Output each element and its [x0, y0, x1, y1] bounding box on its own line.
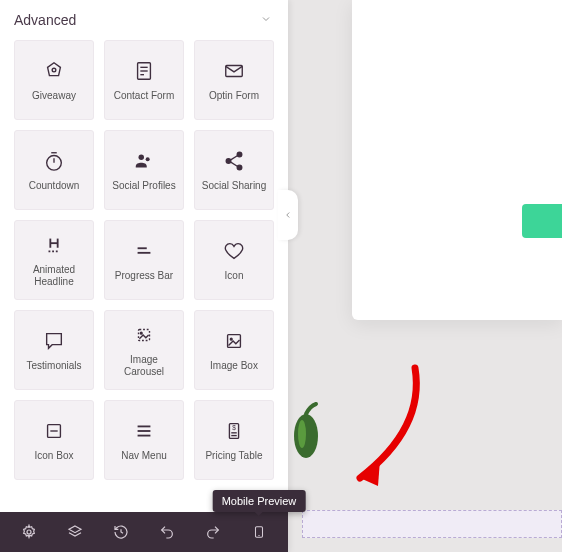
canvas-drop-zone[interactable]: [302, 510, 562, 538]
heart-icon: [221, 238, 247, 264]
svg-marker-39: [69, 526, 81, 533]
history-button[interactable]: [103, 514, 139, 550]
section-title: Advanced: [14, 12, 76, 28]
widget-label: Icon Box: [35, 450, 74, 462]
form-icon: [131, 58, 157, 84]
svg-point-16: [237, 165, 242, 170]
stopwatch-icon: [41, 148, 67, 174]
svg-line-18: [230, 162, 237, 167]
settings-button[interactable]: [11, 514, 47, 550]
widget-scroll-area: Giveaway Contact Form Optin Form Countdo…: [0, 40, 288, 512]
widget-giveaway[interactable]: Giveaway: [14, 40, 94, 120]
svg-point-3: [52, 68, 56, 72]
undo-button[interactable]: [149, 514, 185, 550]
icon-box-icon: [41, 418, 67, 444]
widget-label: Testimonials: [26, 360, 81, 372]
widget-label: Progress Bar: [115, 270, 173, 282]
navigator-button[interactable]: [57, 514, 93, 550]
svg-point-0: [294, 414, 318, 458]
menu-icon: [131, 418, 157, 444]
widget-image-box[interactable]: Image Box: [194, 310, 274, 390]
redo-icon: [205, 524, 221, 540]
carousel-icon: [131, 322, 157, 348]
layers-icon: [67, 524, 83, 540]
chevron-left-icon: [283, 210, 293, 220]
widget-label: Social Profiles: [112, 180, 175, 192]
panel-footer: Mobile Preview: [0, 512, 288, 552]
history-icon: [113, 524, 129, 540]
responsive-mode-button[interactable]: Mobile Preview: [241, 514, 277, 550]
widget-pricing-table[interactable]: $ Pricing Table: [194, 400, 274, 480]
gift-icon: [41, 58, 67, 84]
widget-label: Optin Form: [209, 90, 259, 102]
widget-contact-form[interactable]: Contact Form: [104, 40, 184, 120]
widget-label: Image Box: [210, 360, 258, 372]
chevron-down-icon: [260, 12, 272, 28]
section-header-advanced[interactable]: Advanced: [0, 0, 288, 40]
widget-testimonials[interactable]: Testimonials: [14, 310, 94, 390]
svg-point-26: [140, 332, 142, 334]
widget-social-profiles[interactable]: Social Profiles: [104, 130, 184, 210]
gear-icon: [21, 524, 37, 540]
svg-marker-2: [48, 63, 61, 76]
widget-nav-menu[interactable]: Nav Menu: [104, 400, 184, 480]
redo-button[interactable]: [195, 514, 231, 550]
svg-text:$: $: [232, 424, 236, 431]
heading-icon: [41, 232, 67, 258]
widget-label: Countdown: [29, 180, 80, 192]
widget-icon[interactable]: Icon: [194, 220, 274, 300]
svg-point-13: [146, 157, 150, 161]
canvas-card: [352, 0, 562, 320]
undo-icon: [159, 524, 175, 540]
tooltip: Mobile Preview: [213, 490, 306, 512]
svg-point-28: [230, 338, 232, 340]
widget-grid: Giveaway Contact Form Optin Form Countdo…: [14, 40, 274, 480]
svg-point-12: [139, 155, 145, 161]
canvas-image-decor: [292, 400, 326, 460]
tooltip-text: Mobile Preview: [222, 495, 297, 507]
svg-point-15: [226, 159, 231, 164]
svg-point-38: [27, 530, 31, 534]
widget-countdown[interactable]: Countdown: [14, 130, 94, 210]
share-icon: [221, 148, 247, 174]
progress-icon: [131, 238, 157, 264]
editor-canvas[interactable]: [288, 0, 562, 552]
pricing-icon: $: [221, 418, 247, 444]
widget-optin-form[interactable]: Optin Form: [194, 40, 274, 120]
widget-label: Icon: [225, 270, 244, 282]
widget-label: Pricing Table: [205, 450, 262, 462]
users-icon: [131, 148, 157, 174]
collapse-panel-button[interactable]: [278, 190, 298, 240]
svg-rect-8: [226, 66, 243, 77]
image-icon: [221, 328, 247, 354]
widget-animated-headline[interactable]: Animated Headline: [14, 220, 94, 300]
chat-icon: [41, 328, 67, 354]
widget-icon-box[interactable]: Icon Box: [14, 400, 94, 480]
canvas-action-button[interactable]: [522, 204, 562, 238]
widget-label: Nav Menu: [121, 450, 167, 462]
widget-label: Animated Headline: [19, 264, 89, 288]
svg-point-14: [237, 152, 242, 157]
svg-line-17: [230, 156, 237, 161]
widget-label: Giveaway: [32, 90, 76, 102]
svg-point-9: [47, 156, 62, 171]
widget-label: Image Carousel: [109, 354, 179, 378]
widgets-panel: Advanced Giveaway Contact Form: [0, 0, 288, 552]
mobile-icon: [252, 523, 266, 541]
widget-image-carousel[interactable]: Image Carousel: [104, 310, 184, 390]
mail-icon: [221, 58, 247, 84]
widget-label: Social Sharing: [202, 180, 266, 192]
widget-progress-bar[interactable]: Progress Bar: [104, 220, 184, 300]
widget-social-sharing[interactable]: Social Sharing: [194, 130, 274, 210]
widget-label: Contact Form: [114, 90, 175, 102]
svg-point-1: [298, 420, 306, 448]
